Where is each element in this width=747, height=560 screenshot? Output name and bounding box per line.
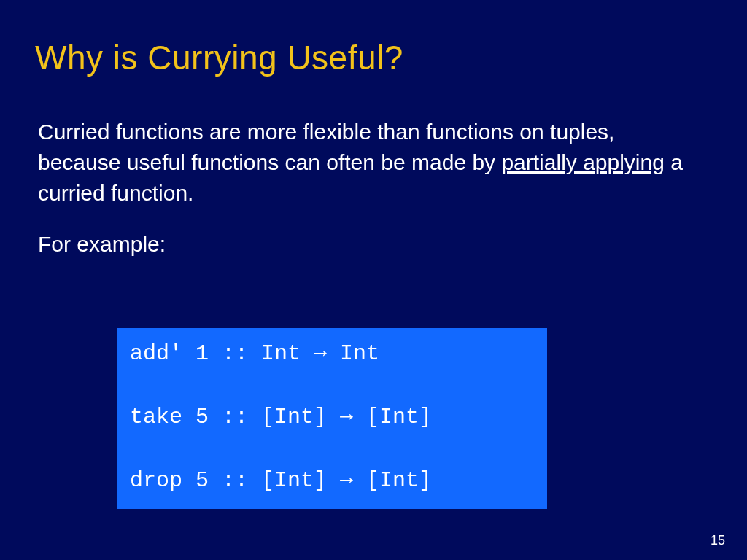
code-line-1: add' 1 :: Int → Int	[130, 341, 379, 366]
example-label: For example:	[38, 229, 687, 260]
code-line-3: drop 5 :: [Int] → [Int]	[130, 468, 432, 493]
page-number: 15	[711, 533, 725, 548]
slide: Why is Currying Useful? Curried function…	[0, 0, 747, 560]
slide-body: Curried functions are more flexible than…	[38, 117, 687, 260]
paragraph-underlined: partially applying	[501, 150, 664, 174]
slide-title: Why is Currying Useful?	[35, 38, 403, 77]
code-line-2: take 5 :: [Int] → [Int]	[130, 405, 432, 429]
code-block: add' 1 :: Int → Int take 5 :: [Int] → [I…	[117, 328, 547, 509]
